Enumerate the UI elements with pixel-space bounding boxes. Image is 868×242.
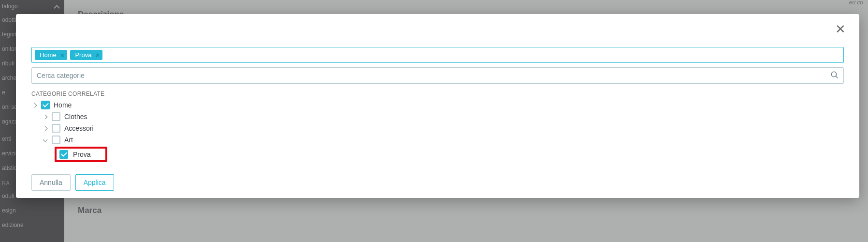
tree-title: CATEGORIE CORRELATE: [31, 91, 859, 97]
apply-button[interactable]: Applica: [75, 174, 114, 191]
tree-label: Accessori: [64, 124, 94, 132]
chevron-right-icon[interactable]: [31, 102, 37, 108]
highlight-annotation: Prova: [55, 147, 107, 162]
tag-remove-icon[interactable]: ×: [95, 51, 100, 59]
tag-prova: Prova ×: [70, 50, 102, 60]
category-tree: Home Clothes Accessori Art Prova: [31, 99, 859, 164]
checkbox-prova[interactable]: [59, 150, 68, 159]
chevron-right-icon[interactable]: [42, 125, 48, 131]
category-selector-modal: ✕ Home × Prova × CATEGORIE CORRELATE Hom…: [16, 14, 859, 198]
tree-node-accessori[interactable]: Accessori: [31, 122, 859, 134]
tree-node-clothes[interactable]: Clothes: [31, 111, 859, 122]
search-icon: [830, 71, 839, 79]
tag-label: Prova: [75, 51, 91, 59]
checkbox-home[interactable]: [41, 101, 50, 109]
selected-tags-box[interactable]: Home × Prova ×: [31, 47, 844, 63]
tag-label: Home: [40, 51, 57, 59]
button-label: Annulla: [40, 179, 62, 186]
tree-label: Home: [54, 101, 72, 109]
checkbox-clothes[interactable]: [52, 112, 60, 121]
tag-home: Home ×: [35, 50, 67, 60]
tag-remove-icon[interactable]: ×: [60, 51, 65, 59]
tree-node-home[interactable]: Home: [31, 99, 859, 111]
tree-label: Clothes: [64, 113, 87, 121]
chevron-right-icon[interactable]: [42, 114, 48, 120]
checkbox-accessori[interactable]: [52, 124, 60, 133]
tree-label: Art: [64, 136, 73, 144]
button-label: Applica: [84, 179, 106, 186]
modal-footer: Annulla Applica: [31, 174, 859, 191]
checkbox-art[interactable]: [52, 136, 60, 144]
chevron-down-icon[interactable]: [42, 137, 48, 143]
search-input[interactable]: [31, 67, 844, 84]
svg-line-1: [836, 76, 838, 78]
close-button[interactable]: ✕: [835, 23, 846, 35]
tree-node-prova-highlighted: Prova: [31, 146, 859, 164]
svg-point-0: [831, 72, 837, 77]
cancel-button[interactable]: Annulla: [31, 174, 71, 191]
tree-label: Prova: [73, 151, 91, 158]
tree-node-art[interactable]: Art: [31, 134, 859, 146]
category-search: [31, 67, 844, 84]
